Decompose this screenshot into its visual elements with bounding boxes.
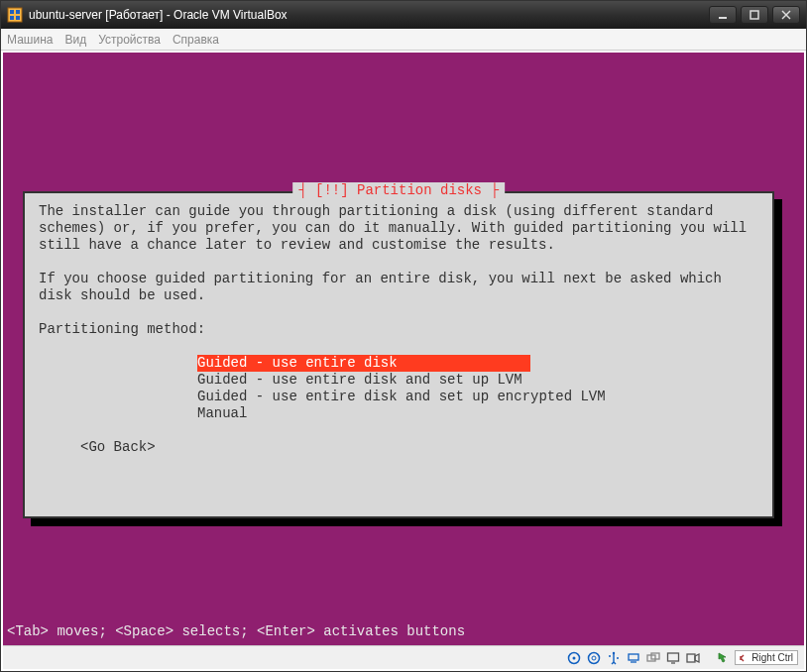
host-key-label: Right Ctrl — [751, 652, 793, 663]
close-button[interactable] — [772, 6, 800, 24]
option-guided-lvm[interactable]: Guided - use entire disk and set up LVM — [197, 372, 758, 389]
recording-icon[interactable] — [685, 650, 701, 666]
shared-folders-icon[interactable] — [645, 650, 661, 666]
menu-devices[interactable]: Устройства — [98, 33, 161, 47]
usb-icon[interactable] — [606, 650, 622, 666]
dialog-prompt: Partitioning method: — [39, 321, 758, 338]
window-title: ubuntu-server [Работает] - Oracle VM Vir… — [29, 8, 709, 22]
dialog-title: ┤ [!!] Partition disks ├ — [292, 182, 505, 199]
titlebar[interactable]: ubuntu-server [Работает] - Oracle VM Vir… — [1, 1, 806, 29]
svg-rect-4 — [16, 16, 20, 20]
menu-machine[interactable]: Машина — [7, 33, 53, 47]
option-guided-encrypted-lvm[interactable]: Guided - use entire disk and set up encr… — [197, 389, 758, 405]
partition-method-list: Guided - use entire disk Guided - use en… — [197, 355, 758, 422]
display-icon[interactable] — [665, 650, 681, 666]
guest-console[interactable]: ┤ [!!] Partition disks ├ The installer c… — [3, 53, 804, 645]
window-controls — [709, 6, 800, 24]
dialog-paragraph-1: The installer can guide you through part… — [39, 203, 758, 254]
svg-point-13 — [613, 651, 615, 653]
host-key-indicator[interactable]: Right Ctrl — [735, 650, 798, 665]
svg-rect-6 — [750, 11, 758, 19]
dialog-paragraph-2: If you choose guided partitioning for an… — [39, 271, 758, 304]
option-guided-entire-disk[interactable]: Guided - use entire disk — [197, 355, 530, 372]
vm-display-area: ┤ [!!] Partition disks ├ The installer c… — [1, 51, 806, 671]
svg-rect-18 — [668, 653, 679, 661]
svg-rect-20 — [687, 654, 695, 662]
partition-dialog: ┤ [!!] Partition disks ├ The installer c… — [23, 191, 774, 518]
optical-disk-icon[interactable] — [586, 650, 602, 666]
menu-view[interactable]: Вид — [64, 33, 86, 47]
svg-rect-3 — [10, 16, 14, 20]
app-icon — [7, 7, 23, 23]
go-back-button[interactable]: <Go Back> — [80, 439, 758, 456]
minimize-button[interactable] — [709, 6, 737, 24]
network-icon[interactable] — [626, 650, 641, 666]
svg-point-10 — [573, 656, 576, 659]
svg-rect-2 — [16, 10, 20, 14]
hard-disk-icon[interactable] — [566, 650, 582, 666]
maximize-button[interactable] — [741, 6, 768, 24]
svg-rect-1 — [10, 10, 14, 14]
menu-help[interactable]: Справка — [173, 33, 219, 47]
svg-point-11 — [589, 652, 600, 663]
vm-window: ubuntu-server [Работает] - Oracle VM Vir… — [0, 0, 807, 672]
svg-rect-14 — [629, 654, 638, 660]
menubar: Машина Вид Устройства Справка — [1, 29, 806, 51]
svg-point-12 — [592, 656, 596, 660]
option-manual[interactable]: Manual — [197, 405, 758, 422]
statusbar: Right Ctrl — [3, 645, 804, 669]
mouse-integration-icon[interactable] — [715, 650, 731, 666]
footer-hint: <Tab> moves; <Space> selects; <Enter> ac… — [7, 623, 465, 639]
